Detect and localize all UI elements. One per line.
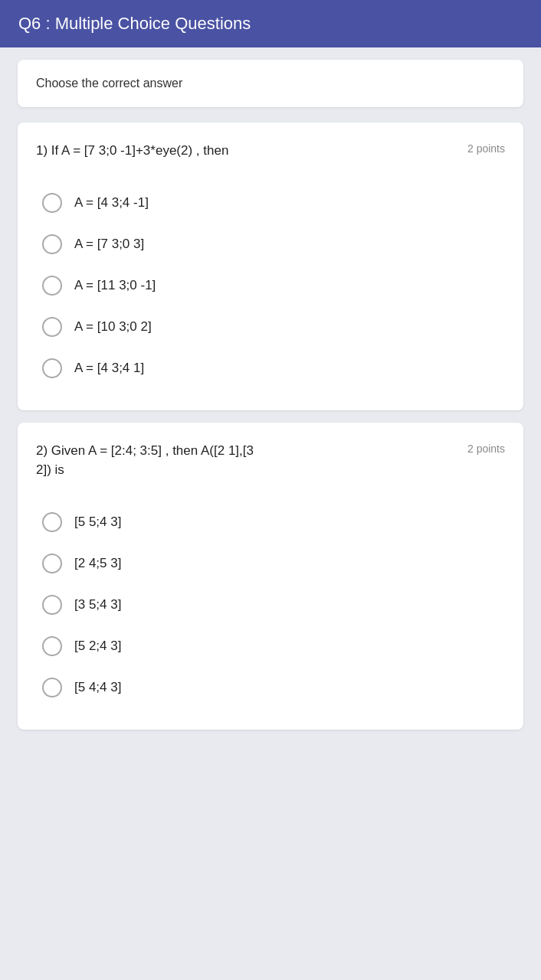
question-1-option-3[interactable]: A = [11 3;0 -1] <box>36 265 505 306</box>
quiz-title: Q6 : Multiple Choice Questions <box>18 14 251 33</box>
question-2-option-4[interactable]: [5 2;4 3] <box>36 626 505 667</box>
radio-q2o1[interactable] <box>42 512 62 532</box>
radio-q1o5[interactable] <box>42 358 62 378</box>
question-1-header: 1) If A = [7 3;0 -1]+3*eye(2) , then 2 p… <box>36 141 505 161</box>
radio-q2o2[interactable] <box>42 554 62 573</box>
question-2-option-2[interactable]: [2 4;5 3] <box>36 543 505 584</box>
radio-q1o2[interactable] <box>42 234 62 254</box>
question-1-option-5[interactable]: A = [4 3;4 1] <box>36 348 505 389</box>
option-q2o4-text: [5 2;4 3] <box>74 639 121 654</box>
option-q1o1-text: A = [4 3;4 -1] <box>74 195 149 211</box>
question-1-option-2[interactable]: A = [7 3;0 3] <box>36 224 505 265</box>
question-2-points: 2 points <box>467 443 505 455</box>
radio-q1o1[interactable] <box>42 193 62 213</box>
option-q2o5-text: [5 4;4 3] <box>74 680 121 695</box>
question-1-card: 1) If A = [7 3;0 -1]+3*eye(2) , then 2 p… <box>18 122 523 410</box>
question-2-text: 2) Given A = [2:4; 3:5] , then A([2 1],[… <box>36 441 467 480</box>
question-1-option-1[interactable]: A = [4 3;4 -1] <box>36 182 505 224</box>
quiz-header: Q6 : Multiple Choice Questions <box>0 0 541 47</box>
option-q1o3-text: A = [11 3;0 -1] <box>74 278 156 293</box>
question-2-option-1[interactable]: [5 5;4 3] <box>36 501 505 543</box>
option-q2o2-text: [2 4;5 3] <box>74 556 121 571</box>
radio-q2o4[interactable] <box>42 636 62 656</box>
option-q1o4-text: A = [10 3;0 2] <box>74 319 152 335</box>
question-1-points: 2 points <box>467 142 505 155</box>
question-2-header: 2) Given A = [2:4; 3:5] , then A([2 1],[… <box>36 441 505 480</box>
question-2-option-5[interactable]: [5 4;4 3] <box>36 667 505 708</box>
radio-q1o3[interactable] <box>42 276 62 296</box>
question-1-text: 1) If A = [7 3;0 -1]+3*eye(2) , then <box>36 141 467 161</box>
instruction-text: Choose the correct answer <box>36 77 182 90</box>
radio-q2o3[interactable] <box>42 595 62 615</box>
option-q1o5-text: A = [4 3;4 1] <box>74 361 144 376</box>
question-1-option-4[interactable]: A = [10 3;0 2] <box>36 306 505 348</box>
question-2-option-3[interactable]: [3 5;4 3] <box>36 584 505 626</box>
question-1-options: A = [4 3;4 -1] A = [7 3;0 3] A = [11 3;0… <box>36 182 505 389</box>
radio-q1o4[interactable] <box>42 317 62 337</box>
question-2-card: 2) Given A = [2:4; 3:5] , then A([2 1],[… <box>18 423 523 730</box>
radio-q2o5[interactable] <box>42 678 62 697</box>
option-q2o1-text: [5 5;4 3] <box>74 514 121 530</box>
instruction-card: Choose the correct answer <box>18 60 523 107</box>
option-q1o2-text: A = [7 3;0 3] <box>74 237 144 252</box>
option-q2o3-text: [3 5;4 3] <box>74 597 121 612</box>
question-2-options: [5 5;4 3] [2 4;5 3] [3 5;4 3] [5 2;4 3] … <box>36 501 505 708</box>
page-container: Q6 : Multiple Choice Questions Choose th… <box>0 0 541 980</box>
